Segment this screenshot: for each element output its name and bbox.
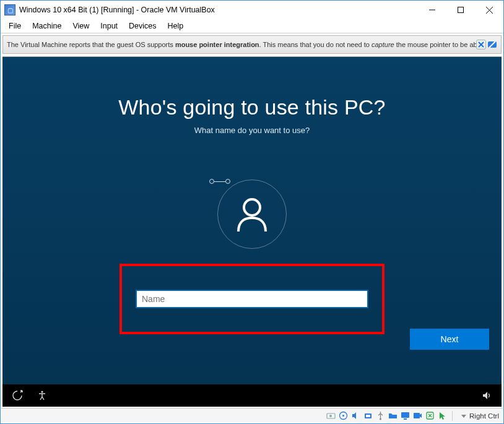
virtualbox-app-icon: ▢: [4, 4, 15, 15]
svg-point-13: [342, 415, 344, 417]
user-avatar-placeholder: [217, 180, 287, 249]
audio-indicator-icon[interactable]: [350, 410, 361, 421]
titlebar: ▢ Windows 10 x64 Bit (1) [Running] - Ora…: [1, 1, 503, 19]
menu-help[interactable]: Help: [162, 20, 189, 32]
optical-drive-indicator-icon[interactable]: [338, 410, 349, 421]
window-controls: [418, 1, 503, 19]
close-button[interactable]: [475, 1, 503, 19]
virtualbox-window: ▢ Windows 10 x64 Bit (1) [Running] - Ora…: [0, 0, 504, 424]
shared-folders-indicator-icon[interactable]: [388, 410, 398, 421]
page-title: Who's going to use this PC?: [118, 95, 385, 119]
svg-point-8: [244, 199, 260, 215]
svg-rect-17: [401, 412, 409, 418]
svg-point-16: [380, 418, 381, 420]
maximize-button[interactable]: [446, 1, 475, 19]
minimize-button[interactable]: [418, 1, 446, 19]
accessibility-icon: [37, 390, 48, 401]
menubar-separator: [1, 33, 503, 33]
mouse-integration-indicator-icon[interactable]: [437, 410, 448, 421]
menu-file[interactable]: File: [3, 20, 27, 32]
next-button[interactable]: Next: [410, 329, 489, 350]
recording-indicator-icon[interactable]: [412, 410, 423, 421]
host-key-label: Right Ctrl: [469, 412, 499, 420]
oobe-screen: Who's going to use this PC? What name do…: [2, 57, 502, 384]
ease-of-access-button[interactable]: [10, 388, 25, 403]
vm-display[interactable]: Who's going to use this PC? What name do…: [2, 56, 502, 407]
highlight-box: [119, 264, 385, 334]
menu-input[interactable]: Input: [95, 20, 123, 32]
minimize-icon: [429, 7, 435, 13]
svg-rect-15: [366, 415, 370, 417]
svg-rect-18: [404, 418, 407, 420]
menu-devices[interactable]: Devices: [123, 20, 162, 32]
host-key-indicator[interactable]: Right Ctrl: [459, 412, 499, 420]
oobe-bottom-bar: [2, 384, 502, 407]
deco-dot: [209, 179, 214, 184]
notification-text-bold: mouse pointer integration: [175, 41, 259, 48]
deco-line: [214, 181, 225, 182]
accessibility-button[interactable]: [35, 388, 50, 403]
deco-dot: [225, 179, 230, 184]
display-indicator-icon[interactable]: [400, 410, 411, 421]
notification-text: The Virtual Machine reports that the gue…: [7, 41, 476, 48]
name-input[interactable]: [136, 290, 368, 308]
ease-of-access-icon: [12, 390, 23, 401]
page-subtitle: What name do you want to use?: [194, 126, 310, 135]
menu-view[interactable]: View: [67, 20, 95, 32]
suppress-icon: [487, 40, 497, 50]
volume-button[interactable]: [479, 388, 494, 403]
notification-text-suffix: the mouse pointer to be able to: [394, 41, 476, 48]
suppress-notification-button[interactable]: [487, 40, 497, 50]
avatar-decoration: [209, 179, 230, 184]
network-indicator-icon[interactable]: [363, 410, 373, 421]
notification-actions: [476, 40, 497, 50]
window-title: Windows 10 x64 Bit (1) [Running] - Oracl…: [19, 6, 418, 14]
svg-point-9: [41, 391, 43, 392]
cpu-indicator-icon[interactable]: [425, 410, 435, 421]
keyboard-down-icon: [459, 412, 468, 420]
notification-bar: The Virtual Machine reports that the gue…: [2, 35, 502, 54]
person-icon: [232, 194, 272, 234]
menu-machine[interactable]: Machine: [27, 20, 67, 32]
close-icon: [478, 41, 484, 48]
svg-rect-1: [458, 7, 464, 13]
usb-indicator-icon[interactable]: [375, 410, 386, 421]
status-bar: Right Ctrl: [1, 408, 503, 423]
maximize-icon: [458, 7, 464, 13]
notification-text-italic: capture: [371, 41, 394, 48]
notification-text-middle: . This means that you do not need to: [259, 41, 371, 48]
svg-rect-19: [414, 413, 420, 418]
hard-disk-indicator-icon[interactable]: [326, 410, 336, 421]
notification-text-prefix: The Virtual Machine reports that the gue…: [7, 41, 175, 48]
menubar: File Machine View Input Devices Help: [1, 19, 503, 33]
statusbar-separator: [452, 411, 453, 421]
volume-icon: [481, 390, 492, 401]
dismiss-notification-button[interactable]: [476, 40, 486, 50]
svg-point-11: [329, 415, 332, 417]
close-icon: [486, 7, 493, 14]
